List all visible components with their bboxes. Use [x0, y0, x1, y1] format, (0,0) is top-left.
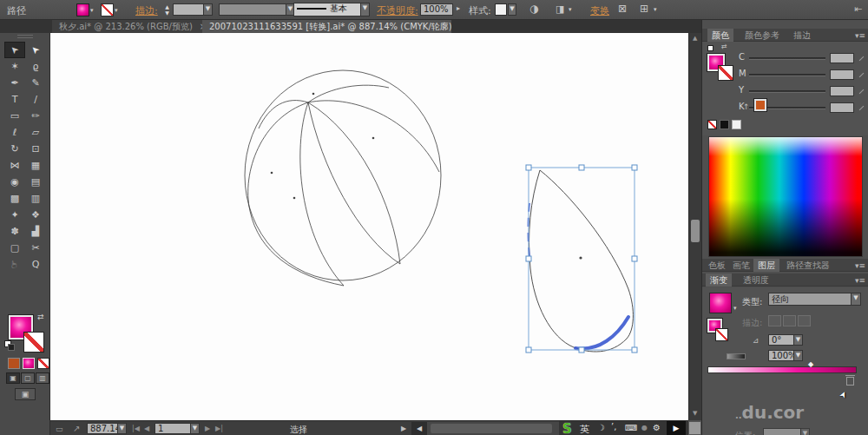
fill-dropdown-icon[interactable]: ▾: [90, 7, 94, 14]
last-color-icon[interactable]: ↑: [743, 102, 750, 111]
hscroll-thumb[interactable]: [431, 424, 552, 433]
stroke-panel-link[interactable]: 描边:: [135, 4, 158, 17]
color-mode-button[interactable]: [8, 358, 20, 369]
ime-settings-icon[interactable]: ⚙: [653, 423, 661, 432]
gradient-type-dropdown-icon[interactable]: ▼: [851, 293, 861, 306]
eyedropper-tool[interactable]: ✦: [4, 207, 25, 223]
artboard-number-field[interactable]: 1: [155, 423, 191, 434]
canvas[interactable]: [50, 33, 688, 420]
C-slider[interactable]: [749, 57, 825, 60]
prev-artboard-icon[interactable]: ◀: [144, 425, 149, 432]
default-swatches-icon[interactable]: [707, 45, 713, 51]
stroke-weight-stepper[interactable]: ▲▼: [163, 3, 171, 16]
hscroll-left-arrow[interactable]: ◀: [411, 422, 427, 435]
hand-tool[interactable]: ☞: [4, 256, 25, 273]
paintbrush-tool[interactable]: ✏: [25, 108, 46, 124]
scroll-down-icon[interactable]: ▼: [693, 410, 697, 417]
next-artboard-icon[interactable]: ▶: [205, 425, 210, 432]
zoom-level-field[interactable]: 887.14: [87, 423, 118, 434]
panel-menu-icon[interactable]: ▾≡: [855, 31, 865, 40]
panel-menu-icon[interactable]: ▾≡: [855, 261, 865, 270]
symbol-sprayer-tool[interactable]: ✽: [4, 223, 25, 240]
artboard-dropdown-icon[interactable]: ▼: [190, 423, 200, 434]
persimmon-outline-drawing[interactable]: [245, 70, 441, 286]
scale-tool[interactable]: ⊡: [25, 141, 46, 157]
none-swatch[interactable]: [707, 120, 717, 129]
draw-behind-button[interactable]: ▢: [21, 372, 35, 384]
gradient-location-field[interactable]: [763, 428, 801, 435]
gradient-stroke-proxy[interactable]: [715, 328, 728, 341]
stroke-along-button[interactable]: [783, 315, 796, 326]
document-tab-2[interactable]: 20071023111633591 [转换].ai* @ 887.14% (CM…: [202, 20, 451, 33]
style-dropdown-icon[interactable]: ▼: [508, 3, 516, 16]
location-dropdown-icon[interactable]: ▼: [800, 428, 810, 435]
transform-panel-link[interactable]: 变换: [590, 4, 609, 17]
draw-inside-button[interactable]: ▥: [36, 372, 49, 384]
gradient-stop-diamond-icon[interactable]: ◆: [808, 360, 813, 368]
K-value-field[interactable]: [830, 102, 854, 113]
swap-colors-icon[interactable]: ⇄: [721, 43, 727, 50]
M-slider[interactable]: [749, 74, 825, 76]
column-graph-tool[interactable]: ▟: [25, 223, 46, 240]
tab-gradient[interactable]: 渐变: [706, 274, 732, 287]
gradient-aspect-field[interactable]: 100%: [768, 350, 794, 361]
stroke-proxy-swatch[interactable]: [23, 332, 44, 353]
free-transform-tool[interactable]: ▦: [25, 157, 46, 174]
stroke-weight-field[interactable]: [173, 3, 204, 16]
magic-wand-tool[interactable]: ✶: [4, 58, 25, 75]
stroke-across-button[interactable]: [798, 315, 811, 326]
color-stroke-proxy[interactable]: [718, 65, 733, 81]
width-tool[interactable]: ⋈: [4, 157, 25, 174]
mesh-tool[interactable]: ▩: [4, 190, 25, 207]
white-swatch[interactable]: [732, 120, 741, 129]
tab-color[interactable]: 颜色: [707, 29, 733, 42]
variable-width-profile-field[interactable]: [219, 3, 286, 16]
reverse-gradient-icon[interactable]: [727, 353, 746, 359]
isolate-dropdown-icon[interactable]: ▾: [569, 6, 572, 13]
vertical-scrollbar[interactable]: ▲ ▼: [688, 33, 701, 420]
status-flyout-icon[interactable]: ▶: [401, 425, 406, 432]
eraser-tool[interactable]: ▱: [25, 124, 46, 141]
arrange-documents-icon[interactable]: ↗: [73, 424, 80, 433]
C-value-field[interactable]: [830, 53, 854, 63]
direct-selection-tool[interactable]: ➤: [25, 42, 46, 58]
slice-tool[interactable]: ✂: [25, 240, 46, 256]
opacity-field[interactable]: 100%: [420, 3, 453, 16]
gradient-angle-field[interactable]: 0°: [768, 334, 794, 346]
gradient-mode-button[interactable]: [23, 358, 35, 369]
blend-tool[interactable]: ❖: [25, 207, 46, 223]
gradient-thumb-dropdown-icon[interactable]: ▾: [733, 305, 737, 312]
opacity-dropdown-icon[interactable]: ▸: [457, 4, 460, 12]
vscroll-thumb[interactable]: [691, 220, 700, 242]
last-artboard-icon[interactable]: ▶|: [215, 425, 223, 432]
tab-color-guide[interactable]: 颜色参考: [740, 29, 784, 42]
tab-pathfinder[interactable]: 路径查找器: [782, 259, 834, 272]
ime-language-toggle[interactable]: 英: [580, 423, 589, 435]
collapse-dock-icon[interactable]: ⇤: [854, 3, 862, 15]
arrange-icon[interactable]: ⊞: [640, 3, 648, 15]
recolor-artwork-icon[interactable]: ◑: [529, 3, 538, 15]
curvature-pen-tool[interactable]: ✎: [25, 75, 46, 91]
none-mode-button[interactable]: [37, 358, 49, 369]
tab-layers[interactable]: 图层: [753, 259, 779, 272]
rectangle-tool[interactable]: ▭: [4, 108, 25, 124]
pencil-tool[interactable]: ℓ: [4, 124, 25, 141]
gradient-tool[interactable]: ▥: [25, 190, 46, 207]
Y-slider[interactable]: [749, 90, 825, 93]
sogou-logo-icon[interactable]: S: [562, 421, 572, 435]
rotate-tool[interactable]: ↻: [4, 141, 25, 157]
color-spectrum[interactable]: [708, 136, 863, 257]
line-segment-tool[interactable]: ∕: [25, 91, 46, 108]
ime-keyboard-icon[interactable]: ⌨: [625, 423, 637, 432]
type-tool[interactable]: T: [4, 91, 25, 108]
first-artboard-icon[interactable]: |◀: [132, 425, 140, 432]
selection-tool[interactable]: ➤: [4, 42, 25, 58]
arrange-dropdown-icon[interactable]: ▾: [654, 6, 657, 13]
pen-tool[interactable]: ✒: [4, 75, 25, 91]
fill-color-swatch[interactable]: [76, 3, 89, 16]
style-swatch[interactable]: [495, 3, 507, 16]
Y-value-field[interactable]: [830, 86, 854, 96]
leaf-outline-path[interactable]: [529, 170, 633, 352]
tab-transparency[interactable]: 透明度: [739, 274, 773, 287]
screen-mode-button[interactable]: ▣: [15, 388, 36, 400]
